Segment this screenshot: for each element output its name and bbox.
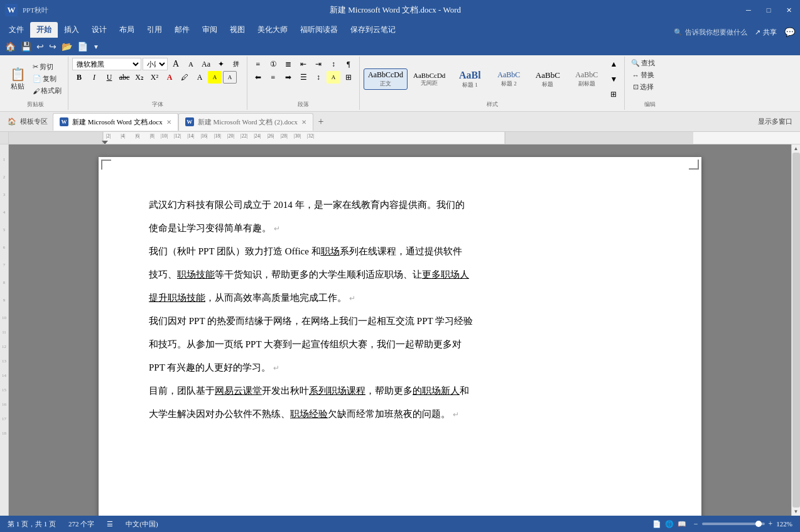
para-3: 我们（秋叶 PPT 团队）致力打造 Office 和职场系列在线课程，通过提供软… — [149, 241, 651, 262]
zoom-in-button[interactable]: + — [769, 519, 773, 529]
borders-button[interactable]: ⊞ — [342, 71, 355, 84]
subscript-button[interactable]: X₂ — [132, 71, 146, 84]
style-h1[interactable]: AaBl 标题 1 — [451, 68, 489, 91]
document-scroll-area[interactable]: 武汉幻方科技有限公司成立于 2014 年，是一家在线教育内容提供商。我们的 使命… — [9, 144, 791, 516]
tab-layout[interactable]: 布局 — [113, 22, 141, 38]
superscript-button[interactable]: X² — [148, 71, 161, 84]
font-grow-button[interactable]: A — [169, 58, 183, 70]
styles-more-button[interactable]: ⊞ — [607, 88, 620, 100]
tab-cloud[interactable]: 保存到云笔记 — [344, 22, 402, 38]
format-painter-button[interactable]: 🖌 格式刷 — [30, 85, 64, 96]
doc-tab-2[interactable]: W 新建 Microsoft Word 文档 (2).docx ✕ — [178, 113, 313, 131]
align-left-button[interactable]: ⬅ — [251, 71, 265, 84]
paste-button[interactable]: 📋 粘贴 — [6, 65, 29, 92]
template-area-button[interactable]: 🏠 模板专区 — [3, 117, 53, 126]
font-size-select[interactable]: 小四 — [143, 58, 168, 70]
link-netease: 网易云课堂 — [215, 386, 262, 396]
style-subtitle[interactable]: AaBbC 副标题 — [568, 68, 605, 90]
doc-tab-2-close[interactable]: ✕ — [301, 119, 306, 126]
strikethrough-button[interactable]: abc — [117, 71, 131, 84]
clear-format-button[interactable]: ✦ — [214, 58, 228, 70]
minimize-button[interactable]: ─ — [742, 4, 755, 16]
border-button[interactable]: A — [223, 71, 237, 84]
tab-reader[interactable]: 福听阅读器 — [294, 22, 344, 38]
tab-beautify[interactable]: 美化大师 — [251, 22, 294, 38]
comment-icon[interactable]: 💬 — [784, 27, 795, 38]
tab-design[interactable]: 设计 — [85, 22, 113, 38]
tab-references[interactable]: 引用 — [141, 22, 168, 38]
replace-button[interactable]: ↔ 替换 — [630, 70, 657, 80]
redo-button[interactable]: ↪ — [49, 41, 57, 52]
find-icon: 🔍 — [631, 59, 640, 67]
style-no-spacing[interactable]: AaBbCcDd 无间距 — [409, 70, 450, 89]
text-shading-button[interactable]: A — [208, 71, 222, 84]
tab-mailings[interactable]: 邮件 — [168, 22, 196, 38]
zoom-out-button[interactable]: − — [694, 519, 698, 529]
tab-file[interactable]: 文件 — [3, 22, 30, 38]
decrease-indent-button[interactable]: ⇤ — [296, 58, 310, 70]
read-view-button[interactable]: 📖 — [678, 520, 686, 528]
style-normal[interactable]: AaBbCcDd 正文 — [364, 68, 408, 90]
tab-view[interactable]: 视图 — [224, 22, 251, 38]
maximize-button[interactable]: □ — [762, 4, 775, 16]
customize-qa-icon[interactable]: ▼ — [93, 43, 99, 50]
justify-button[interactable]: ☰ — [296, 71, 310, 84]
zoom-slider[interactable] — [702, 523, 765, 525]
increase-indent-button[interactable]: ⇥ — [311, 58, 325, 70]
web-view-button[interactable]: 🌐 — [665, 520, 674, 528]
italic-button[interactable]: I — [87, 71, 101, 84]
copy-button[interactable]: 📄 复制 — [30, 73, 64, 84]
scrollbar-up[interactable]: ▲ — [794, 146, 799, 151]
tab-home[interactable]: 开始 — [30, 22, 58, 38]
print-view-button[interactable]: 📄 — [652, 520, 661, 528]
font-color-button[interactable]: A — [163, 71, 176, 84]
sort-button[interactable]: ↕ — [327, 58, 340, 70]
scrollbar-down[interactable]: ▼ — [794, 509, 799, 514]
open-button-qa[interactable]: 📂 — [62, 41, 72, 52]
document-content[interactable]: 武汉幻方科技有限公司成立于 2014 年，是一家在线教育内容提供商。我们的 使命… — [149, 195, 651, 425]
word-logo: W — [5, 4, 18, 16]
text-effect-button[interactable]: A — [193, 71, 207, 84]
find-button[interactable]: 🔍 查找 — [629, 58, 657, 68]
numbering-button[interactable]: ① — [266, 58, 280, 70]
format-painter-label: 格式刷 — [41, 86, 62, 95]
search-bar[interactable]: 🔍 告诉我你想要做什么 — [674, 28, 747, 37]
tab-insert[interactable]: 插入 — [58, 22, 85, 38]
style-h2-preview: AaBbC — [497, 70, 520, 80]
bullets-button[interactable]: ≡ — [251, 58, 265, 70]
doc-tab-1[interactable]: W 新建 Microsoft Word 文档.docx ✕ — [53, 113, 178, 131]
save-button-qa[interactable]: 💾 — [21, 41, 31, 52]
vertical-scrollbar[interactable]: ▲ ▼ — [791, 144, 800, 516]
cut-button[interactable]: ✂ 剪切 — [30, 62, 64, 72]
font-name-select[interactable]: 微软雅黑 — [72, 58, 141, 70]
zoom-slider-thumb[interactable] — [755, 521, 762, 527]
styles-scroll-up[interactable]: ▲ — [607, 58, 620, 70]
align-right-button[interactable]: ➡ — [281, 71, 295, 84]
wubi-button[interactable]: 拼 — [229, 58, 243, 70]
new-button-qa[interactable]: 📄 — [77, 41, 88, 52]
style-h2[interactable]: AaBbC 标题 2 — [490, 68, 527, 90]
share-label: 共享 — [763, 28, 777, 37]
scrollbar-thumb[interactable] — [792, 153, 800, 508]
share-button[interactable]: ↗ 共享 — [755, 28, 777, 37]
select-button[interactable]: ⊡ 选择 — [630, 82, 656, 92]
shading-button[interactable]: A — [327, 71, 340, 84]
highlight-color-button[interactable]: 🖊 — [178, 71, 192, 84]
style-title[interactable]: AaBbC 标题 — [529, 68, 566, 90]
multilevel-list-button[interactable]: ≣ — [281, 58, 295, 70]
underline-button[interactable]: U — [102, 71, 116, 84]
undo-button[interactable]: ↩ — [36, 41, 44, 52]
styles-scroll-down[interactable]: ▼ — [607, 73, 620, 85]
add-tab-button[interactable]: + — [313, 114, 328, 129]
show-marks-button[interactable]: ¶ — [342, 58, 355, 70]
align-center-button[interactable]: ≡ — [266, 71, 280, 84]
multi-window-button[interactable]: 显示多窗口 — [753, 117, 797, 126]
doc-tab-1-close[interactable]: ✕ — [166, 119, 171, 126]
bold-button[interactable]: B — [72, 71, 86, 84]
line-spacing-button[interactable]: ↕ — [311, 71, 325, 84]
tab-review[interactable]: 审阅 — [196, 22, 224, 38]
change-case-button[interactable]: Aa — [199, 58, 213, 70]
home-icon[interactable]: 🏠 — [5, 41, 16, 52]
close-button[interactable]: ✕ — [782, 4, 795, 16]
font-shrink-button[interactable]: A — [184, 58, 198, 70]
